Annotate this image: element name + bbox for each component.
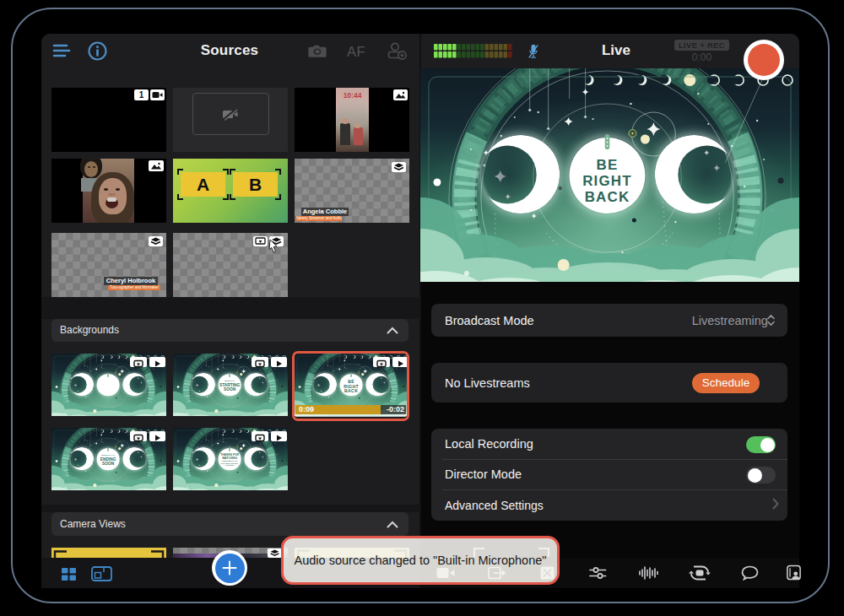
- svg-text:THANKS FOR: THANKS FOR: [220, 453, 239, 457]
- svg-text:ENDING: ENDING: [100, 457, 116, 462]
- svg-text:WEBINAR: WEBINAR: [225, 380, 235, 381]
- svg-text:DON'T MISS OUR NEXT: DON'T MISS OUR NEXT: [221, 462, 239, 464]
- svg-text:WATCHING: WATCHING: [222, 457, 237, 460]
- svg-text:SOON: SOON: [224, 388, 236, 392]
- svg-text:STARTING: STARTING: [219, 383, 241, 387]
- svg-text:SOON: SOON: [102, 462, 115, 467]
- svg-text:SUBSCRIBE SO YOU: SUBSCRIBE SO YOU: [222, 460, 238, 462]
- svg-text:RIGHT: RIGHT: [582, 173, 632, 189]
- svg-text:BACK: BACK: [585, 189, 630, 205]
- svg-text:WEBINAR IS: WEBINAR IS: [101, 454, 115, 456]
- svg-text:BE: BE: [597, 157, 619, 173]
- svg-text:LIVE EVENT: LIVE EVENT: [225, 464, 235, 466]
